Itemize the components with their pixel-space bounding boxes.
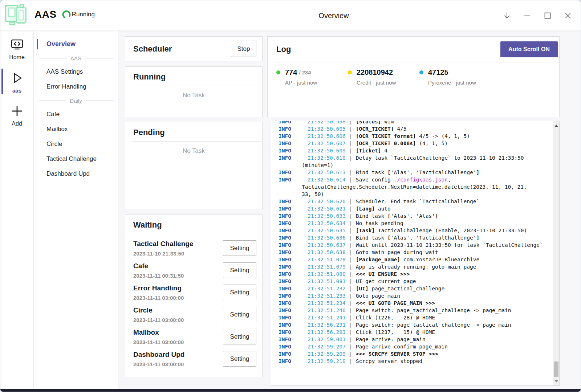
log-separator: | bbox=[347, 263, 356, 270]
divider-line bbox=[38, 101, 66, 101]
minimize-button[interactable] bbox=[521, 9, 533, 22]
waiting-task-name: Circle bbox=[133, 306, 184, 314]
log-level: INFO bbox=[279, 121, 308, 125]
waiting-task-next-run: 2023-11-11 03:00:00 bbox=[133, 295, 184, 301]
log-level: INFO bbox=[279, 234, 308, 241]
waiting-task-next-run: 2023-11-11 03:00:00 bbox=[133, 361, 184, 367]
divider-line bbox=[85, 58, 114, 58]
log-separator: | bbox=[347, 212, 356, 220]
divider-line bbox=[38, 58, 67, 58]
log-message: <<< UI ENSURE >>> bbox=[356, 270, 549, 278]
log-level: INFO bbox=[279, 132, 308, 140]
log-separator: | bbox=[347, 350, 356, 358]
log-line: INFO21:32:51.081|UI get current page bbox=[279, 278, 549, 285]
setting-button[interactable]: Setting bbox=[223, 307, 256, 322]
divider-line bbox=[86, 101, 114, 101]
log-timestamp: 21:32:50.606 bbox=[308, 132, 347, 140]
log-line: INFO21:32:50.607|[OCR_TICKET 0.008s] (4,… bbox=[279, 140, 549, 147]
stat-value: 47125 bbox=[428, 68, 448, 77]
log-message: Page switch: page_tactical_challenge -> … bbox=[356, 321, 549, 328]
log-separator: | bbox=[347, 227, 356, 234]
log-message: UI get current page bbox=[356, 278, 549, 285]
log-message: [OCR_TICKET format] 4/5 -> (4, 1, 5) bbox=[356, 132, 549, 140]
rail-item-add[interactable]: Add bbox=[0, 97, 33, 131]
log-line: INFO21:32:56.293|Click (1237, 15) @ HOME bbox=[279, 328, 549, 336]
log-level: INFO bbox=[279, 328, 308, 336]
log-scrollbar[interactable] bbox=[553, 121, 559, 385]
log-timestamp: 21:32:50.634 bbox=[308, 220, 347, 227]
setting-button[interactable]: Setting bbox=[223, 240, 256, 256]
scroll-down-arrow-icon[interactable] bbox=[553, 378, 559, 384]
log-separator: | bbox=[347, 249, 356, 256]
log-timestamp: 21:32:59.210 bbox=[308, 358, 347, 365]
sidebar-item-error-handling[interactable]: Error Handling bbox=[34, 79, 118, 94]
sidebar-item-tactical-challenge[interactable]: Tactical Challenge bbox=[34, 152, 118, 166]
log-timestamp: 21:32:50.621 bbox=[308, 205, 347, 212]
log-timestamp: 21:32:51.079 bbox=[308, 263, 347, 270]
sidebar-item-mailbox[interactable]: Mailbox bbox=[34, 122, 118, 136]
log-separator: | bbox=[347, 132, 356, 140]
log-timestamp: 21:32:50.633 bbox=[308, 212, 347, 220]
setting-button[interactable]: Setting bbox=[223, 329, 256, 344]
log-level: INFO bbox=[279, 147, 308, 154]
log-line: INFO21:32:59.001|Page arrive: page_main bbox=[279, 336, 549, 343]
log-separator: | bbox=[347, 328, 356, 336]
auto-scroll-button[interactable]: Auto Scroll ON bbox=[500, 41, 558, 57]
log-separator: | bbox=[347, 205, 356, 212]
app-logo-icon bbox=[4, 3, 28, 26]
stat-top: 220810942 bbox=[348, 68, 419, 77]
sidebar-item-cafe[interactable]: Cafe bbox=[34, 107, 118, 122]
log-separator: | bbox=[347, 256, 356, 263]
log-line: INFO21:32:56.291|Page switch: page_tacti… bbox=[279, 321, 549, 328]
scrollbar-thumb[interactable] bbox=[554, 362, 558, 377]
log-separator: | bbox=[347, 234, 356, 241]
scroll-up-arrow-icon[interactable] bbox=[553, 123, 559, 128]
log-line: INFO21:32:50.621|[Lang] auto bbox=[279, 205, 549, 212]
app-window: AAS Running Overview HomeaasAdd Overview… bbox=[0, 0, 581, 392]
stat-dot-icon bbox=[419, 70, 423, 74]
close-button[interactable] bbox=[562, 9, 574, 22]
rail-item-home[interactable]: Home bbox=[0, 31, 33, 64]
log-timestamp: 21:32:50.614 bbox=[308, 176, 347, 183]
log-message: Scrcpy server stopped bbox=[356, 358, 549, 365]
log-separator: | bbox=[347, 169, 356, 176]
log-line: INFO21:32:51.079|App is already running,… bbox=[279, 263, 549, 270]
log-level: INFO bbox=[279, 227, 308, 234]
download-button[interactable] bbox=[501, 9, 513, 22]
log-message: [Lang] auto bbox=[356, 205, 549, 212]
log-level: INFO bbox=[279, 125, 308, 132]
maximize-button[interactable] bbox=[541, 9, 554, 22]
waiting-title: Waiting bbox=[133, 220, 162, 229]
setting-button[interactable]: Setting bbox=[223, 262, 256, 278]
log-level: INFO bbox=[279, 241, 308, 249]
log-separator: | bbox=[347, 241, 356, 249]
log-line: INFO21:32:50.635|[Task] TacticalChalleng… bbox=[279, 227, 549, 234]
log-message: [UI] page_tactical_challenge bbox=[356, 285, 549, 292]
sidebar-item-overview[interactable]: Overview bbox=[34, 37, 118, 52]
setting-button[interactable]: Setting bbox=[223, 285, 256, 300]
pending-card: Pending No Task bbox=[125, 122, 263, 209]
log-message: (minute=1) bbox=[302, 162, 549, 169]
log-level: INFO bbox=[279, 198, 308, 205]
window-bottom-edge bbox=[0, 389, 581, 392]
sidebar-item-aas-settings[interactable]: AAS Settings bbox=[34, 65, 118, 79]
waiting-task-next-run: 2023-11-11 00:31:50 bbox=[133, 273, 184, 279]
log-line: INFO21:32:50.609|[Ticket] 4 bbox=[279, 147, 549, 154]
sidebar-item-circle[interactable]: Circle bbox=[34, 137, 118, 151]
sidebar-item-dashboard-upd[interactable]: Dashboard Upd bbox=[34, 167, 118, 181]
log-message: <<< UI GOTO PAGE_MAIN >>> bbox=[356, 299, 549, 307]
rail-item-aas[interactable]: aas bbox=[0, 64, 33, 97]
log-message: Bind task ['Alas', 'TacticalChallenge'] bbox=[356, 234, 549, 241]
setting-button[interactable]: Setting bbox=[223, 351, 256, 367]
stat-pyroxene: 47125Pyroxene - just now bbox=[419, 68, 491, 86]
log-line-continuation: (minute=1) bbox=[279, 162, 549, 169]
log-message: [Package_name] com.YostarJP.BlueArchive bbox=[356, 256, 549, 263]
log-message: Save config ./config\aas.json, bbox=[356, 176, 549, 183]
pending-empty-text: No Task bbox=[125, 142, 262, 155]
log-level: INFO bbox=[279, 212, 308, 220]
stop-button[interactable]: Stop bbox=[231, 41, 256, 57]
waiting-task-info: Error Handling2023-11-11 03:00:00 bbox=[133, 284, 184, 301]
log-timestamp: 21:32:50.598 bbox=[308, 121, 347, 125]
log-separator: | bbox=[347, 307, 356, 314]
log-console[interactable]: INFO21:32:50.598|[Status] WININFO21:32:5… bbox=[271, 121, 560, 386]
